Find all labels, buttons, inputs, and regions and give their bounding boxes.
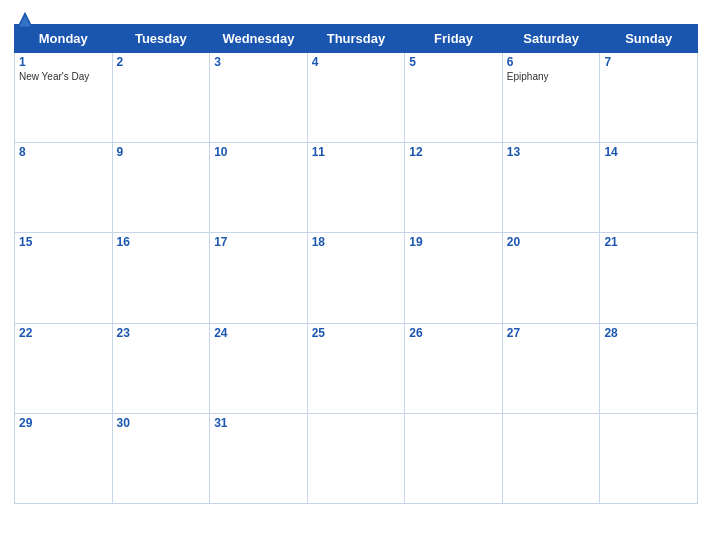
day-number: 6 (507, 55, 596, 69)
logo-wrapper (14, 10, 38, 32)
calendar-cell: 30 (112, 413, 210, 503)
calendar-cell: 15 (15, 233, 113, 323)
calendar-cell: 10 (210, 143, 308, 233)
calendar-cell: 11 (307, 143, 405, 233)
calendar-header (14, 10, 698, 18)
calendar-cell: 22 (15, 323, 113, 413)
calendar-cell: 7 (600, 53, 698, 143)
logo-row (14, 10, 38, 32)
day-number: 7 (604, 55, 693, 69)
calendar-cell (307, 413, 405, 503)
calendar-cell (405, 413, 503, 503)
calendar-cell: 2 (112, 53, 210, 143)
day-number: 16 (117, 235, 206, 249)
day-number: 20 (507, 235, 596, 249)
calendar-cell: 29 (15, 413, 113, 503)
day-number: 8 (19, 145, 108, 159)
day-number: 12 (409, 145, 498, 159)
calendar-cell: 13 (502, 143, 600, 233)
calendar-cell: 9 (112, 143, 210, 233)
calendar-tbody: 1New Year's Day23456Epiphany789101112131… (15, 53, 698, 504)
holiday-name: New Year's Day (19, 71, 108, 82)
day-number: 23 (117, 326, 206, 340)
day-number: 22 (19, 326, 108, 340)
calendar-cell: 28 (600, 323, 698, 413)
day-number: 19 (409, 235, 498, 249)
logo-icon (14, 10, 36, 32)
calendar-week-row: 15161718192021 (15, 233, 698, 323)
calendar-container: MondayTuesdayWednesdayThursdayFridaySatu… (0, 0, 712, 550)
day-number: 1 (19, 55, 108, 69)
day-number: 10 (214, 145, 303, 159)
weekday-header-sunday: Sunday (600, 25, 698, 53)
day-number: 11 (312, 145, 401, 159)
calendar-cell: 23 (112, 323, 210, 413)
calendar-cell: 27 (502, 323, 600, 413)
logo-area (14, 10, 38, 32)
weekday-header-tuesday: Tuesday (112, 25, 210, 53)
weekday-header-thursday: Thursday (307, 25, 405, 53)
day-number: 26 (409, 326, 498, 340)
weekday-header-wednesday: Wednesday (210, 25, 308, 53)
day-number: 2 (117, 55, 206, 69)
calendar-cell: 26 (405, 323, 503, 413)
calendar-week-row: 891011121314 (15, 143, 698, 233)
day-number: 4 (312, 55, 401, 69)
day-number: 17 (214, 235, 303, 249)
weekday-header-row: MondayTuesdayWednesdayThursdayFridaySatu… (15, 25, 698, 53)
calendar-cell: 21 (600, 233, 698, 323)
calendar-week-row: 22232425262728 (15, 323, 698, 413)
calendar-cell: 6Epiphany (502, 53, 600, 143)
calendar-cell: 4 (307, 53, 405, 143)
calendar-cell: 1New Year's Day (15, 53, 113, 143)
calendar-cell: 24 (210, 323, 308, 413)
calendar-cell: 14 (600, 143, 698, 233)
calendar-cell: 5 (405, 53, 503, 143)
day-number: 28 (604, 326, 693, 340)
calendar-cell: 18 (307, 233, 405, 323)
day-number: 25 (312, 326, 401, 340)
day-number: 9 (117, 145, 206, 159)
day-number: 18 (312, 235, 401, 249)
calendar-thead: MondayTuesdayWednesdayThursdayFridaySatu… (15, 25, 698, 53)
weekday-header-saturday: Saturday (502, 25, 600, 53)
day-number: 24 (214, 326, 303, 340)
calendar-cell: 16 (112, 233, 210, 323)
calendar-cell: 31 (210, 413, 308, 503)
calendar-cell: 25 (307, 323, 405, 413)
calendar-cell: 12 (405, 143, 503, 233)
holiday-name: Epiphany (507, 71, 596, 82)
calendar-cell (502, 413, 600, 503)
calendar-table: MondayTuesdayWednesdayThursdayFridaySatu… (14, 24, 698, 504)
calendar-cell: 3 (210, 53, 308, 143)
day-number: 5 (409, 55, 498, 69)
day-number: 30 (117, 416, 206, 430)
calendar-cell: 17 (210, 233, 308, 323)
calendar-cell (600, 413, 698, 503)
day-number: 27 (507, 326, 596, 340)
calendar-cell: 20 (502, 233, 600, 323)
calendar-week-row: 1New Year's Day23456Epiphany7 (15, 53, 698, 143)
day-number: 15 (19, 235, 108, 249)
day-number: 21 (604, 235, 693, 249)
calendar-cell: 19 (405, 233, 503, 323)
day-number: 31 (214, 416, 303, 430)
calendar-cell: 8 (15, 143, 113, 233)
day-number: 13 (507, 145, 596, 159)
day-number: 3 (214, 55, 303, 69)
day-number: 29 (19, 416, 108, 430)
weekday-header-friday: Friday (405, 25, 503, 53)
calendar-week-row: 293031 (15, 413, 698, 503)
day-number: 14 (604, 145, 693, 159)
